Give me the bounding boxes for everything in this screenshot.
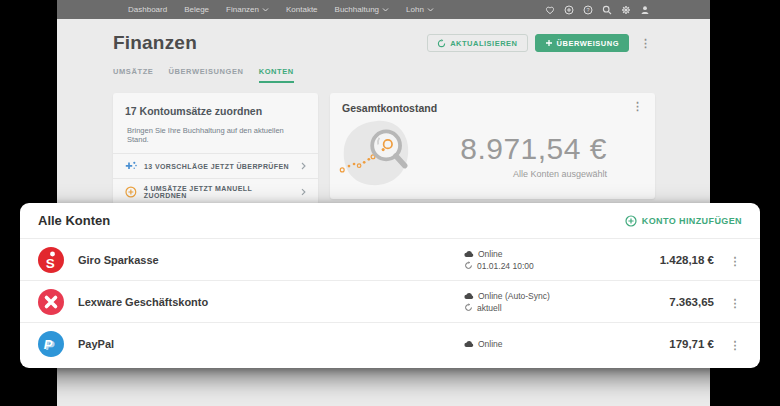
account-status: Online (Auto-Sync) aktuell	[464, 291, 594, 313]
account-kebab-wrap: ⋮	[714, 251, 756, 269]
account-row-paypal[interactable]: PP PayPal Online 179,71 € ⋮	[20, 322, 760, 364]
assign-transactions-card: 17 Kontoumsätze zuordnen Bringen Sie Ihr…	[113, 93, 318, 205]
add-account-button[interactable]: KONTO HINZUFÜGEN	[625, 215, 742, 227]
transfer-button-label: ÜBERWEISUNG	[557, 39, 619, 48]
cloud-icon	[464, 250, 474, 258]
tab-umsaetze[interactable]: UMSÄTZE	[113, 67, 153, 83]
page-title: Finanzen	[113, 32, 197, 54]
balance-kebab-menu-icon[interactable]: ⋮	[628, 99, 647, 114]
review-suggestions-action[interactable]: 13 VORSCHLÄGE JETZT ÜBERPRÜFEN	[113, 153, 318, 178]
lexware-x-logo-icon	[38, 289, 64, 315]
heart-icon[interactable]	[544, 4, 555, 15]
account-status: Online 01.01.24 10:00	[464, 249, 594, 271]
account-kebab-menu-icon[interactable]: ⋮	[726, 337, 745, 353]
add-account-label: KONTO HINZUFÜGEN	[642, 216, 742, 226]
account-kebab-wrap: ⋮	[714, 335, 756, 353]
header-actions: AKTUALISIEREN ÜBERWEISUNG ⋮	[427, 34, 655, 52]
nav-item-belege[interactable]: Belege	[184, 5, 209, 14]
account-row-giro-sparkasse[interactable]: S Giro Sparkasse Online 01.01.24 10:00 1…	[20, 238, 760, 280]
account-kebab-menu-icon[interactable]: ⋮	[726, 253, 745, 269]
assign-card-title: 17 Kontoumsätze zuordnen	[125, 105, 306, 117]
balance-value-block: 8.971,54 € Alle Konten ausgewählt	[414, 93, 655, 199]
accounts-panel: Alle Konten KONTO HINZUFÜGEN S Giro Spar…	[20, 203, 760, 368]
plus-circle-icon[interactable]	[563, 4, 574, 15]
status-online-line: Online	[464, 249, 594, 259]
account-balance: 7.363,65	[594, 296, 714, 308]
tab-konten[interactable]: KONTEN	[259, 67, 294, 83]
status-sync-line: aktuell	[464, 303, 594, 313]
paypal-logo-icon: PP	[38, 331, 64, 357]
search-icon[interactable]	[601, 4, 612, 15]
nav-item-buchhaltung[interactable]: Buchhaltung	[335, 5, 389, 14]
transfer-button[interactable]: ÜBERWEISUNG	[535, 34, 629, 52]
account-balance: 179,71 €	[594, 338, 714, 350]
chevron-right-icon	[301, 162, 306, 170]
sparkasse-logo-icon: S	[38, 247, 64, 273]
balance-card-title: Gesamtkontostand	[342, 102, 437, 114]
gear-icon[interactable]	[620, 4, 631, 15]
assign-manually-label: 4 UMSÄTZE JETZT MANUELL ZUORDNEN	[144, 185, 294, 199]
svg-text:?: ?	[586, 7, 589, 13]
account-row-lexware-geschaeftskonto[interactable]: Lexware Geschäftskonto Online (Auto-Sync…	[20, 280, 760, 322]
tab-ueberweisungen[interactable]: ÜBERWEISUNGEN	[168, 67, 243, 83]
nav-item-kontakte[interactable]: Kontakte	[286, 5, 318, 14]
assign-plus-circle-icon	[125, 186, 137, 198]
screenshot-stage: Dashboard Belege Finanzen Kontakte Buchh…	[0, 0, 780, 406]
svg-text:S: S	[46, 255, 55, 270]
main-nav: Dashboard Belege Finanzen Kontakte Buchh…	[128, 5, 434, 14]
refresh-button-label: AKTUALISIEREN	[450, 39, 517, 48]
account-name: Lexware Geschäftskonto	[78, 296, 464, 308]
nav-item-finanzen[interactable]: Finanzen	[226, 5, 269, 14]
nav-item-dashboard[interactable]: Dashboard	[128, 5, 167, 14]
account-name: Giro Sparkasse	[78, 254, 464, 266]
help-circle-icon[interactable]: ?	[582, 4, 593, 15]
review-suggestions-label: 13 VORSCHLÄGE JETZT ÜBERPRÜFEN	[144, 163, 289, 170]
account-name: PayPal	[78, 338, 464, 350]
top-navigation-bar: Dashboard Belege Finanzen Kontakte Buchh…	[57, 0, 710, 19]
topbar-icon-group: ?	[544, 4, 650, 15]
account-balance: 1.428,18 €	[594, 254, 714, 266]
status-online-line: Online	[464, 339, 594, 349]
account-status: Online	[464, 339, 594, 349]
total-balance-amount: 8.971,54 €	[460, 132, 607, 166]
assign-manually-action[interactable]: 4 UMSÄTZE JETZT MANUELL ZUORDNEN	[113, 178, 318, 205]
svg-text:P: P	[44, 336, 53, 351]
suggestions-sparkle-icon	[125, 160, 137, 172]
cards-row: 17 Kontoumsätze zuordnen Bringen Sie Ihr…	[113, 93, 655, 205]
sync-icon	[464, 303, 473, 312]
magnifier-illustration	[338, 115, 414, 191]
balance-scope-label: Alle Konten ausgewählt	[513, 169, 607, 179]
accounts-panel-header: Alle Konten KONTO HINZUFÜGEN	[20, 203, 760, 238]
cloud-icon	[464, 292, 474, 300]
accounts-panel-title: Alle Konten	[38, 213, 110, 228]
chevron-down-icon	[262, 8, 269, 12]
nav-item-lohn[interactable]: Lohn	[406, 5, 434, 14]
plus-icon	[545, 39, 553, 47]
finance-tabs: UMSÄTZE ÜBERWEISUNGEN KONTEN	[113, 67, 655, 83]
cloud-icon	[464, 340, 474, 348]
page-header: Finanzen AKTUALISIEREN ÜBERWEISUNG ⋮	[113, 32, 655, 54]
add-circle-icon	[625, 215, 637, 227]
status-online-line: Online (Auto-Sync)	[464, 291, 594, 301]
account-kebab-menu-icon[interactable]: ⋮	[726, 295, 745, 311]
assign-card-subtitle: Bringen Sie Ihre Buchhaltung auf den akt…	[127, 126, 304, 144]
refresh-button[interactable]: AKTUALISIEREN	[427, 34, 527, 52]
sync-icon	[464, 261, 473, 270]
page-content: Finanzen AKTUALISIEREN ÜBERWEISUNG ⋮ UMS…	[57, 32, 710, 205]
page-kebab-menu-icon[interactable]: ⋮	[636, 36, 655, 51]
status-sync-line: 01.01.24 10:00	[464, 261, 594, 271]
chevron-right-icon	[301, 188, 306, 196]
refresh-icon	[437, 39, 446, 48]
user-icon[interactable]	[639, 4, 650, 15]
chevron-down-icon	[382, 8, 389, 12]
chevron-down-icon	[427, 8, 434, 12]
total-balance-card: Gesamtkontostand ⋮	[330, 93, 655, 199]
account-kebab-wrap: ⋮	[714, 293, 756, 311]
